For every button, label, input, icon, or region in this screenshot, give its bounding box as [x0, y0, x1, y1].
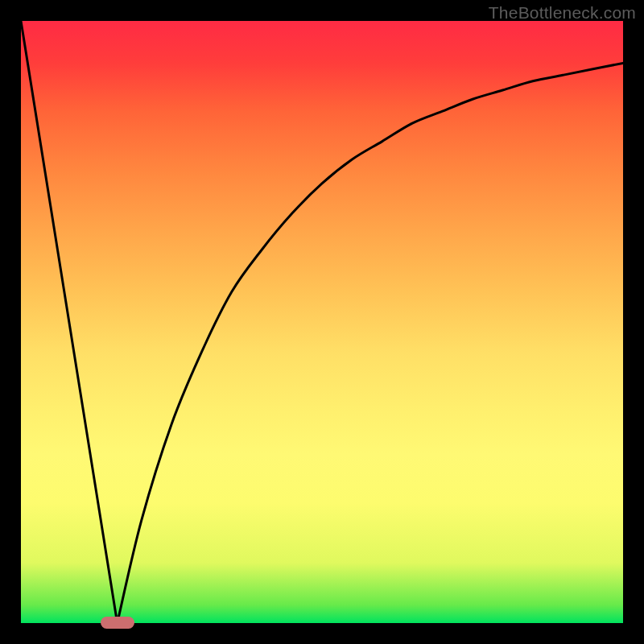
- series-right-curve: [118, 63, 623, 623]
- series-left-line: [21, 21, 118, 623]
- watermark-text: TheBottleneck.com: [489, 3, 636, 23]
- chart-frame: TheBottleneck.com: [0, 0, 644, 644]
- curves-svg: [21, 21, 623, 623]
- plot-area: [21, 21, 623, 623]
- bottleneck-marker: [101, 617, 134, 629]
